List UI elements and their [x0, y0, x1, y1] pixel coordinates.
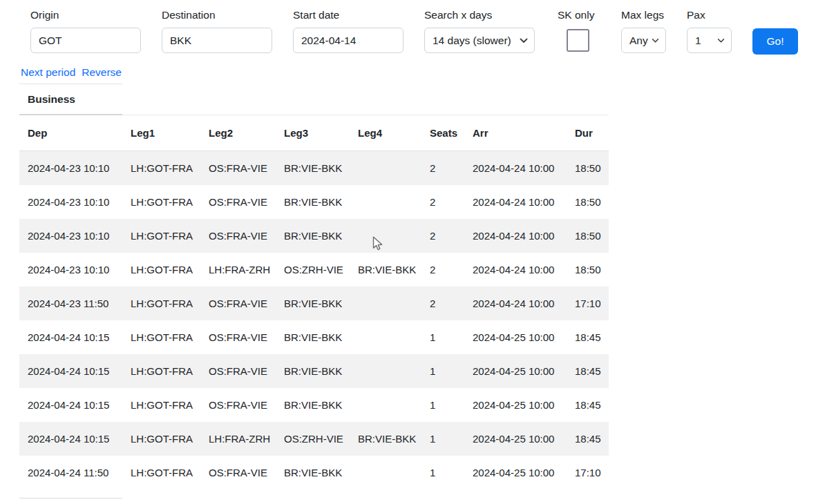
- cell-leg3: BR:VIE-BKK: [276, 219, 350, 253]
- start-date-input[interactable]: [293, 28, 404, 53]
- cell-leg2: OS:FRA-VIE: [200, 185, 276, 219]
- destination-input[interactable]: [162, 28, 272, 53]
- cell-leg3: BR:VIE-BKK: [276, 456, 350, 490]
- table-header-row: Dep Leg1 Leg2 Leg3 Leg4 Seats Arr Dur: [19, 115, 609, 151]
- pax-selected-value: 1: [695, 35, 701, 47]
- search-days-select[interactable]: 14 days (slower): [424, 28, 535, 53]
- cell-leg4: [350, 320, 421, 354]
- cell-leg3: BR:VIE-BKK: [276, 388, 350, 422]
- column-header-leg4: Leg4: [350, 115, 421, 151]
- cell-dep: 2024-04-23 10:10: [19, 185, 122, 219]
- cell-leg4: BR:VIE-BKK: [350, 253, 421, 287]
- column-header-leg3: Leg3: [276, 115, 350, 151]
- pax-select[interactable]: 1: [687, 28, 732, 53]
- cell-leg1: LH:GOT-FRA: [122, 388, 200, 422]
- search-days-label: Search x days: [424, 8, 492, 22]
- cell-leg2: OS:FRA-VIE: [200, 388, 276, 422]
- cell-seats: 2: [421, 219, 464, 253]
- cell-seats: 2: [421, 185, 464, 219]
- cell-leg3: BR:VIE-BKK: [276, 320, 350, 354]
- cell-dur: 18:45: [567, 422, 609, 456]
- cell-leg1: LH:GOT-FRA: [122, 151, 200, 186]
- cell-seats: 1: [421, 422, 464, 456]
- cell-arr: 2024-04-24 10:00: [464, 219, 567, 253]
- section-title: Business: [19, 84, 122, 115]
- cell-arr: 2024-04-25 10:00: [464, 456, 567, 490]
- cell-leg1: LH:GOT-FRA: [122, 287, 200, 320]
- cell-leg2: OS:FRA-VIE: [200, 354, 276, 388]
- cell-dep: 2024-04-24 11:50: [19, 456, 122, 490]
- cell-dep: 2024-04-24 10:15: [19, 354, 122, 388]
- cell-leg1: LH:GOT-FRA: [122, 422, 200, 456]
- cell-seats: 1: [421, 354, 464, 388]
- max-legs-select[interactable]: Any: [621, 28, 666, 53]
- sk-only-checkbox[interactable]: [567, 29, 589, 52]
- search-days-selected-value: 14 days (slower): [433, 35, 511, 47]
- cell-arr: 2024-04-24 10:00: [464, 151, 567, 186]
- cell-arr: 2024-04-25 10:00: [464, 354, 567, 388]
- table-row: 2024-04-23 10:10 LH:GOT-FRA OS:FRA-VIE B…: [19, 185, 609, 219]
- reverse-link[interactable]: Reverse: [82, 66, 122, 79]
- cell-leg2: OS:FRA-VIE: [200, 320, 276, 354]
- column-header-dep: Dep: [19, 115, 122, 151]
- cell-leg2: OS:FRA-VIE: [200, 151, 276, 186]
- sk-only-label: SK only: [558, 8, 594, 22]
- cell-dur: 18:50: [567, 185, 609, 219]
- table-row: 2024-04-24 10:15 LH:GOT-FRA OS:FRA-VIE B…: [19, 388, 609, 422]
- table-row: 2024-04-23 10:10 LH:GOT-FRA LH:FRA-ZRH O…: [19, 253, 609, 287]
- cell-leg4: [350, 219, 421, 253]
- period-links: Next period Reverse: [21, 66, 122, 79]
- cell-leg2: OS:FRA-VIE: [200, 219, 276, 253]
- cell-arr: 2024-04-24 10:00: [464, 185, 567, 219]
- cell-leg2: LH:FRA-ZRH: [200, 253, 276, 287]
- cell-arr: 2024-04-25 10:00: [464, 388, 567, 422]
- cell-leg1: LH:GOT-FRA: [122, 253, 200, 287]
- cell-dur: 17:10: [567, 456, 609, 490]
- table-row: 2024-04-24 11:50 LH:GOT-FRA OS:FRA-VIE B…: [19, 456, 609, 490]
- cell-leg4: [350, 354, 421, 388]
- cell-arr: 2024-04-24 10:00: [464, 287, 567, 320]
- cell-dep: 2024-04-24 10:15: [19, 388, 122, 422]
- destination-label: Destination: [162, 8, 216, 22]
- cell-seats: 2: [421, 253, 464, 287]
- cell-leg4: [350, 287, 421, 320]
- cell-arr: 2024-04-25 10:00: [464, 320, 567, 354]
- cell-leg4: [350, 185, 421, 219]
- column-header-dur: Dur: [567, 115, 609, 151]
- cell-dur: 18:45: [567, 354, 609, 388]
- cell-leg1: LH:GOT-FRA: [122, 185, 200, 219]
- cell-seats: 2: [421, 287, 464, 320]
- next-period-link[interactable]: Next period: [21, 66, 75, 79]
- column-header-leg1: Leg1: [122, 115, 200, 151]
- table-row: 2024-04-23 10:10 LH:GOT-FRA OS:FRA-VIE B…: [19, 151, 609, 186]
- origin-input[interactable]: [30, 28, 141, 53]
- column-header-seats: Seats: [421, 115, 464, 151]
- cell-seats: 1: [421, 456, 464, 490]
- table-row: 2024-04-24 10:15 LH:GOT-FRA OS:FRA-VIE B…: [19, 320, 609, 354]
- cell-dur: 18:50: [567, 151, 609, 186]
- table-row: 2024-04-23 11:50 LH:GOT-FRA OS:FRA-VIE B…: [19, 287, 609, 320]
- cell-leg1: LH:GOT-FRA: [122, 219, 200, 253]
- cell-dur: 18:50: [567, 253, 609, 287]
- cell-leg3: OS:ZRH-VIE: [276, 253, 350, 287]
- cell-seats: 1: [421, 388, 464, 422]
- go-button[interactable]: Go!: [752, 28, 798, 55]
- chevron-down-icon: [717, 38, 725, 43]
- chevron-down-icon: [652, 38, 659, 43]
- cell-leg4: [350, 456, 421, 490]
- cell-dep: 2024-04-23 10:10: [19, 219, 122, 253]
- cell-arr: 2024-04-25 10:00: [464, 422, 567, 456]
- cell-leg1: LH:GOT-FRA: [122, 354, 200, 388]
- pax-label: Pax: [687, 8, 705, 22]
- column-header-leg2: Leg2: [200, 115, 276, 151]
- column-header-arr: Arr: [464, 115, 567, 151]
- cell-dur: 17:10: [567, 287, 609, 320]
- cell-dur: 18:45: [567, 320, 609, 354]
- cell-dep: 2024-04-24 10:15: [19, 422, 122, 456]
- origin-label: Origin: [30, 8, 59, 22]
- cell-leg3: BR:VIE-BKK: [276, 287, 350, 320]
- cell-leg3: BR:VIE-BKK: [276, 354, 350, 388]
- cell-dep: 2024-04-23 10:10: [19, 151, 122, 186]
- cell-leg3: BR:VIE-BKK: [276, 185, 350, 219]
- section-title-row: Business: [19, 84, 609, 115]
